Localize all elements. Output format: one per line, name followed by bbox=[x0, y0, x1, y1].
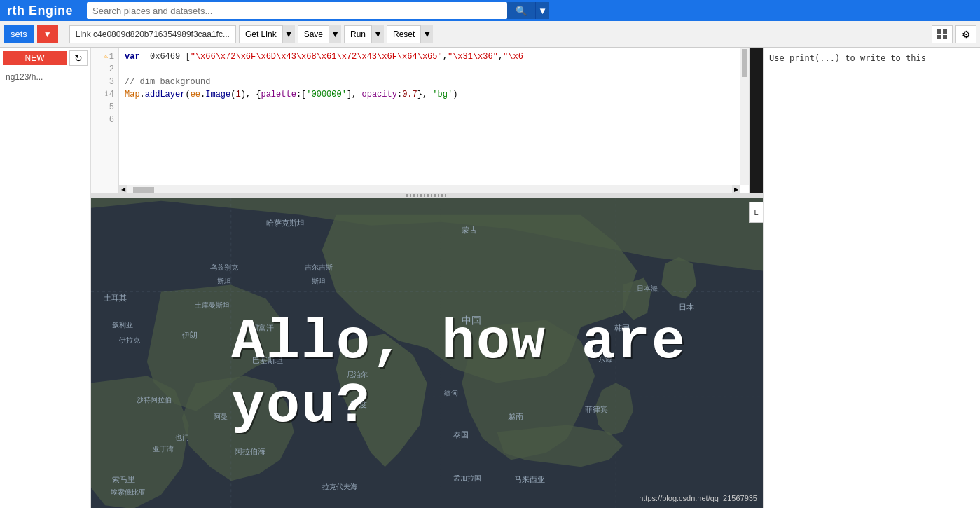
info-icon: ℹ bbox=[105, 88, 108, 101]
svg-text:土库曼斯坦: 土库曼斯坦 bbox=[195, 301, 230, 309]
code-line-5 bbox=[125, 101, 743, 114]
refresh-button[interactable]: ↻ bbox=[69, 50, 88, 66]
code-line-4: Map.addLayer(ee.Image(1), {palette:['000… bbox=[125, 88, 743, 101]
vertical-scrollbar[interactable] bbox=[740, 48, 749, 185]
map-overlay-text: Allo, how are you? bbox=[231, 310, 763, 438]
scroll-left-arrow[interactable]: ◀ bbox=[119, 185, 127, 193]
svg-text:伊朗: 伊朗 bbox=[182, 331, 198, 339]
scrollbar-v-thumb bbox=[742, 49, 747, 77]
grid-icon bbox=[937, 29, 947, 39]
svg-rect-2 bbox=[937, 35, 941, 39]
settings-button[interactable]: ⚙ bbox=[955, 25, 976, 43]
svg-text:埃索俄比亚: 埃索俄比亚 bbox=[110, 488, 146, 496]
code-content[interactable]: var _0x6469=["\x66\x72\x6F\x6D\x43\x68\x… bbox=[119, 48, 749, 193]
line-4: ℹ 4 bbox=[105, 88, 114, 101]
line-5: 5 bbox=[109, 101, 114, 114]
run-group: Run ▼ bbox=[344, 25, 384, 43]
save-dropdown[interactable]: ▼ bbox=[329, 25, 341, 43]
svg-text:斯坦: 斯坦 bbox=[312, 277, 326, 285]
search-input[interactable] bbox=[87, 2, 507, 19]
svg-text:伊拉克: 伊拉克 bbox=[119, 336, 140, 344]
map-attribution: https://blog.csdn.net/qq_21567935 bbox=[639, 494, 757, 502]
search-dropdown-button[interactable]: ▼ bbox=[535, 2, 549, 19]
svg-text:索马里: 索马里 bbox=[112, 475, 135, 483]
svg-text:吉尔吉斯: 吉尔吉斯 bbox=[305, 263, 333, 271]
second-toolbar: sets ▼ Link c4e0809d820b716354989f3caa1f… bbox=[0, 21, 980, 48]
reset-group: Reset ▼ bbox=[387, 25, 433, 43]
svg-text:也门: 也门 bbox=[175, 434, 189, 441]
horizontal-scrollbar[interactable]: ◀ ▶ bbox=[119, 185, 740, 193]
new-dropdown-button[interactable]: ▼ bbox=[37, 25, 58, 43]
run-button[interactable]: Run bbox=[344, 25, 371, 43]
code-line-2 bbox=[125, 63, 743, 76]
get-link-dropdown[interactable]: ▼ bbox=[282, 25, 295, 43]
svg-text:马来西亚: 马来西亚 bbox=[514, 475, 545, 483]
svg-text:阿拉伯海: 阿拉伯海 bbox=[235, 447, 265, 455]
warn-icon: ⚠ bbox=[104, 50, 108, 63]
svg-text:斯坦: 斯坦 bbox=[217, 277, 231, 285]
svg-rect-0 bbox=[937, 29, 941, 34]
svg-text:蒙古: 蒙古 bbox=[462, 226, 477, 234]
map-area[interactable]: 哈萨克斯坦 蒙古 日本海 日本 乌兹别克 吉尔吉斯 斯坦 斯坦 土库曼斯坦 阿富… bbox=[91, 195, 763, 508]
reset-dropdown[interactable]: ▼ bbox=[420, 25, 433, 43]
svg-text:拉克代夫海: 拉克代夫海 bbox=[322, 483, 357, 490]
code-line-1: var _0x6469=["\x66\x72\x6F\x6D\x43\x68\x… bbox=[125, 50, 743, 63]
svg-text:阿曼: 阿曼 bbox=[214, 413, 228, 420]
drag-handle-visual bbox=[406, 194, 448, 197]
svg-text:叙利亚: 叙利亚 bbox=[112, 321, 133, 329]
reset-button[interactable]: Reset bbox=[387, 25, 420, 43]
code-editor: ⚠ 1 2 3 ℹ 4 5 6 var _0x6469=["\x66\x72\x… bbox=[91, 48, 750, 195]
svg-text:乌兹别克: 乌兹别克 bbox=[210, 263, 238, 271]
svg-text:沙特阿拉伯: 沙特阿拉伯 bbox=[137, 396, 172, 404]
left-panel: NEW ↻ ng123/h... bbox=[0, 48, 91, 508]
console-output: Use print(...) to write to this bbox=[764, 48, 980, 69]
scroll-right-arrow[interactable]: ▶ bbox=[732, 185, 740, 193]
grid-button[interactable] bbox=[932, 25, 953, 43]
code-line-6 bbox=[125, 114, 743, 126]
line-3: 3 bbox=[109, 76, 114, 88]
svg-text:亚丁湾: 亚丁湾 bbox=[153, 445, 174, 453]
top-header: rth Engine 🔍 ▼ bbox=[0, 0, 980, 21]
svg-text:孟加拉国: 孟加拉国 bbox=[453, 474, 481, 482]
new-button[interactable]: NEW bbox=[3, 51, 67, 65]
line-1: ⚠ 1 bbox=[104, 50, 114, 63]
line-2: 2 bbox=[109, 63, 114, 76]
left-panel-toolbar: NEW ↻ bbox=[0, 48, 90, 69]
right-panel: Inspector Console Tasks Use print(...) t… bbox=[763, 21, 980, 508]
app-title: rth Engine bbox=[7, 4, 73, 18]
svg-rect-1 bbox=[943, 29, 947, 34]
search-button[interactable]: 🔍 bbox=[507, 2, 535, 19]
line-numbers: ⚠ 1 2 3 ℹ 4 5 6 bbox=[91, 48, 119, 193]
editor-resize-handle[interactable] bbox=[91, 193, 763, 198]
code-line-3: // dim background bbox=[125, 76, 743, 88]
map-background: 哈萨克斯坦 蒙古 日本海 日本 乌兹别克 吉尔吉斯 斯坦 斯坦 土库曼斯坦 阿富… bbox=[91, 195, 763, 508]
svg-text:日本: 日本 bbox=[679, 303, 694, 311]
svg-text:土耳其: 土耳其 bbox=[104, 294, 127, 302]
script-item[interactable]: ng123/h... bbox=[0, 69, 90, 85]
svg-text:日本海: 日本海 bbox=[637, 284, 658, 292]
link-tab[interactable]: Link c4e0809d820b716354989f3caa1fc... bbox=[69, 25, 236, 43]
svg-rect-3 bbox=[943, 35, 947, 39]
line-6: 6 bbox=[109, 114, 114, 126]
get-link-button[interactable]: Get Link bbox=[239, 25, 282, 43]
save-button[interactable]: Save bbox=[298, 25, 329, 43]
save-group: Save ▼ bbox=[298, 25, 341, 43]
svg-text:哈萨克斯坦: 哈萨克斯坦 bbox=[266, 219, 305, 227]
get-link-group: Get Link ▼ bbox=[239, 25, 295, 43]
run-dropdown[interactable]: ▼ bbox=[371, 25, 384, 43]
assets-button[interactable]: sets bbox=[4, 25, 34, 43]
expand-button[interactable]: L bbox=[749, 202, 763, 223]
scrollbar-h-thumb bbox=[133, 187, 154, 193]
